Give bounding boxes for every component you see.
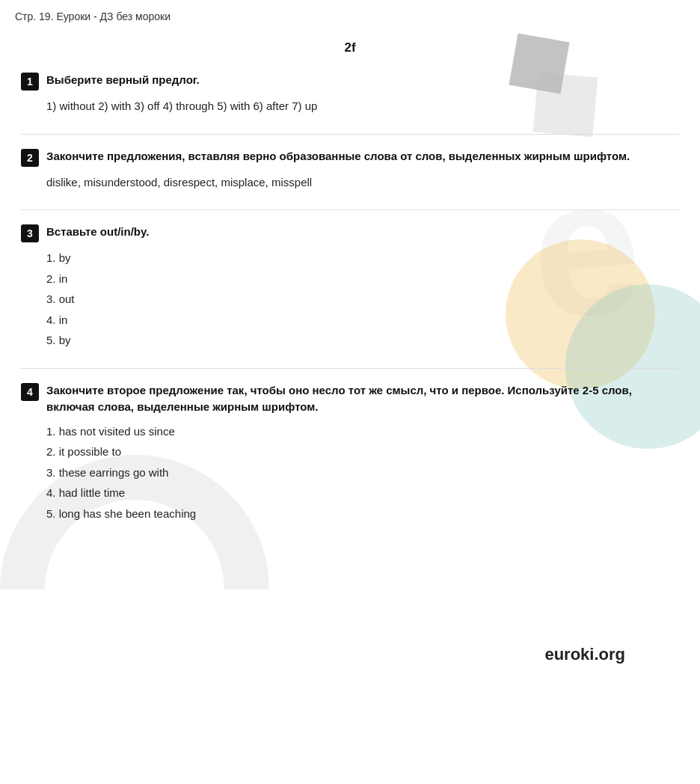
- list-item: 2. it possible to: [46, 442, 679, 462]
- list-item: 1. by: [46, 248, 679, 268]
- page-header: Стр. 19. Еуроки - ДЗ без мороки: [0, 0, 700, 25]
- list-item: 5. long has she been teaching: [46, 504, 679, 524]
- euroki-logo: euroki.org: [544, 645, 625, 664]
- section-heading: 2f: [21, 40, 679, 55]
- list-item: 1. has not visited us since: [46, 422, 679, 441]
- exercise-3-content: 1. by2. in3. out4. in5. by: [46, 248, 679, 350]
- exercise-3-instruction: Вставьте out/in/by.: [46, 224, 149, 241]
- list-item: 3. out: [46, 290, 679, 309]
- divider-3: [21, 368, 679, 369]
- list-item: 2. in: [46, 269, 679, 289]
- exercise-3: 3 Вставьте out/in/by. 1. by2. in3. out4.…: [21, 224, 679, 350]
- exercise-1-content: 1) without 2) with 3) off 4) through 5) …: [46, 97, 679, 116]
- list-item: 3. these earrings go with: [46, 463, 679, 483]
- exercise-1: 1 Выберите верный предлог. 1) without 2)…: [21, 72, 679, 116]
- page-title: Стр. 19. Еуроки - ДЗ без мороки: [15, 10, 171, 22]
- list-item: 4. in: [46, 310, 679, 330]
- exercise-2-instruction: Закончите предложения, вставляя верно об…: [46, 148, 630, 165]
- exercise-2: 2 Закончите предложения, вставляя верно …: [21, 148, 679, 192]
- exercise-4-content: 1. has not visited us since2. it possibl…: [46, 422, 679, 524]
- exercise-4-instruction: Закончите второе предложение так, чтобы …: [46, 382, 679, 416]
- exercise-1-number: 1: [21, 73, 39, 91]
- exercise-2-number: 2: [21, 149, 39, 167]
- exercise-4-number: 4: [21, 383, 39, 401]
- list-item: 4. had little time: [46, 483, 679, 503]
- exercise-2-content: dislike, misunderstood, disrespect, misp…: [46, 173, 679, 192]
- divider-1: [21, 134, 679, 135]
- exercise-4: 4 Закончите второе предложение так, чтоб…: [21, 382, 679, 524]
- divider-2: [21, 209, 679, 210]
- exercise-1-instruction: Выберите верный предлог.: [46, 72, 200, 89]
- list-item: 5. by: [46, 331, 679, 350]
- exercise-3-number: 3: [21, 224, 39, 242]
